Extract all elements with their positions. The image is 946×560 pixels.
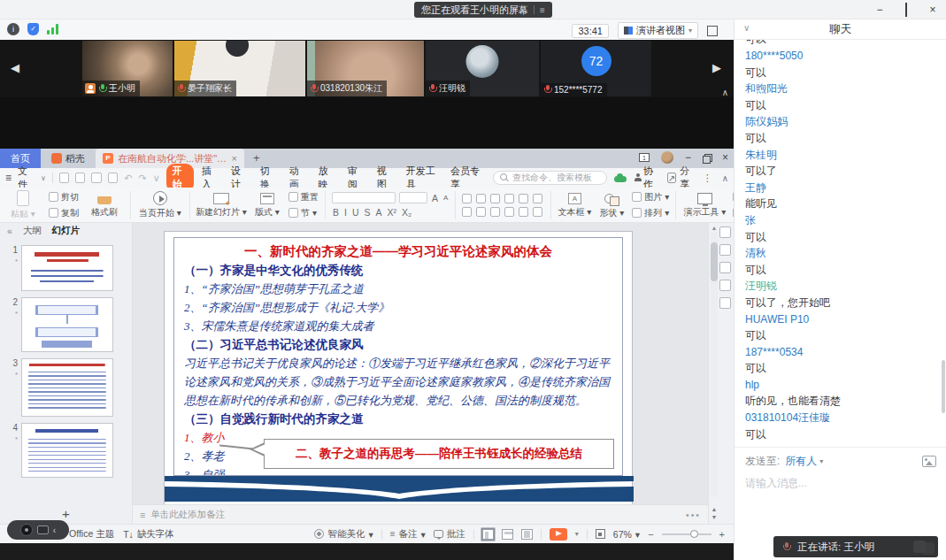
chat-sender-name[interactable]: 187****0534 [745, 344, 936, 361]
styles-panel-icon[interactable] [719, 244, 731, 256]
next-videos-button[interactable]: ▶ [712, 61, 721, 74]
output-icon[interactable] [91, 173, 101, 183]
sort-icon[interactable] [519, 194, 528, 203]
video-tile[interactable]: 晏子翔家长 [174, 41, 305, 96]
text-box-button[interactable]: A 文本框 ▾ [558, 191, 591, 219]
chat-input[interactable]: 请输入消息... [745, 476, 936, 491]
chat-sender-name[interactable]: hlp [745, 377, 936, 394]
presentation-tools-button[interactable]: 演示工具 ▾ [682, 191, 727, 219]
cloud-sync-icon[interactable] [613, 173, 624, 182]
smart-beautify-button[interactable]: 智能美化 ▾ [314, 528, 373, 541]
slide-callout[interactable]: 二、教子之道的再思考——陪伴王书钰成长的经验总结 [264, 439, 614, 469]
chat-scrollbar-thumb[interactable] [942, 360, 945, 413]
play-from-current-button[interactable]: 当页开始 ▾ [137, 191, 183, 219]
slide-sorter-view-icon[interactable] [502, 529, 513, 540]
notes-options-icon[interactable]: ••• [686, 510, 701, 520]
align-left-icon[interactable] [462, 207, 472, 217]
meeting-info-icon[interactable]: i [7, 23, 19, 35]
chat-sender-name[interactable]: 汪明锐 [745, 278, 936, 295]
close-tab-icon[interactable]: × [232, 153, 237, 164]
comments-button[interactable]: 批注 [434, 528, 465, 541]
wps-close-button[interactable]: × [722, 151, 728, 164]
chat-sender-name[interactable]: 朱桂明 [745, 147, 936, 164]
chat-sender-name[interactable]: 王静 [745, 180, 936, 196]
normal-view-icon[interactable] [482, 529, 494, 540]
chat-sender-name[interactable]: 180****5050 [745, 48, 936, 65]
maximize-button[interactable] [905, 3, 907, 17]
indent-decrease-icon[interactable] [490, 194, 500, 203]
command-search-input[interactable]: 查找命令、搜索模板 [493, 171, 607, 185]
collapse-panel-icon[interactable]: « [7, 226, 12, 236]
new-slide-button[interactable]: 新建幻灯片 ▾ [196, 191, 246, 219]
undo-icon[interactable]: ↶ [124, 173, 132, 184]
screen-share-icon[interactable] [37, 525, 49, 534]
zoom-in-button[interactable]: + [719, 529, 725, 540]
send-to-dropdown[interactable]: 所有人▾ [785, 454, 823, 469]
vertical-scrollbar[interactable] [711, 232, 718, 497]
fit-slide-icon[interactable] [596, 529, 605, 539]
collapse-strip-chevron-icon[interactable]: ∧ [722, 88, 728, 97]
line-spacing-icon[interactable] [519, 207, 528, 217]
chat-collapse-chevron-icon[interactable]: ∨ [743, 23, 750, 33]
collapse-controls-chevron-icon[interactable]: ‹ [53, 525, 56, 535]
indent-increase-icon[interactable] [504, 194, 514, 203]
slide-thumbnail[interactable] [21, 297, 113, 352]
font-style-button[interactable]: X² [387, 207, 398, 218]
reading-view-icon[interactable] [521, 529, 533, 540]
justify-icon[interactable] [504, 207, 514, 217]
wps-minimize-button[interactable]: − [685, 151, 691, 164]
next-slide-icon[interactable]: ▼ [711, 514, 718, 520]
zoom-slider-knob[interactable] [690, 530, 698, 538]
align-center-icon[interactable] [476, 207, 486, 217]
font-style-button[interactable]: I [343, 207, 348, 218]
chat-sender-name[interactable]: 清秋 [745, 245, 936, 262]
minimize-button[interactable]: − [873, 4, 886, 16]
more-options-icon[interactable]: ⋮ [703, 173, 712, 184]
chat-sender-name[interactable]: 陈仪妈妈 [745, 113, 936, 130]
current-slide[interactable]: 一、新时代的齐家之道——学习习近平论述家风的体会 （一）齐家是中华文化的优秀传统… [164, 231, 633, 505]
print-icon[interactable] [75, 173, 85, 183]
send-image-icon[interactable] [922, 456, 936, 467]
numbering-icon[interactable] [476, 194, 486, 203]
columns-icon[interactable] [533, 207, 542, 217]
decrease-font-button[interactable]: A [442, 194, 449, 202]
text-panel-icon[interactable] [719, 297, 731, 309]
arrange-button[interactable]: 排列 ▾ [632, 207, 669, 219]
font-style-button[interactable]: X₂ [401, 207, 412, 218]
meeting-timer-icon[interactable] [20, 524, 33, 536]
font-size-select[interactable] [399, 192, 427, 203]
save-icon[interactable] [59, 173, 69, 183]
fullscreen-icon[interactable] [707, 26, 718, 36]
font-name-select[interactable] [332, 192, 396, 203]
format-painter-button[interactable]: 格式刷 [85, 192, 124, 219]
font-style-button[interactable]: B [332, 207, 340, 218]
zoom-level[interactable]: 67% ▾ [613, 529, 640, 540]
bullets-icon[interactable] [462, 194, 472, 203]
cut-button[interactable]: 剪切 [49, 191, 79, 203]
shapes-button[interactable]: 形状 ▾ [597, 191, 626, 219]
font-style-button[interactable]: U [351, 207, 360, 218]
notes-bar[interactable]: ≡ 单击此处添加备注 ••• [133, 504, 708, 524]
increase-font-button[interactable]: A [431, 193, 439, 203]
picture-button[interactable]: 图片 ▾ [632, 191, 669, 203]
play-options-chevron-icon[interactable]: ▾ [575, 530, 579, 538]
paste-button[interactable]: 粘贴 ▾ [4, 190, 42, 220]
zoom-slider[interactable] [662, 533, 711, 535]
redo-icon[interactable]: ↷ [139, 173, 147, 184]
font-style-button[interactable]: A [375, 207, 383, 218]
prev-videos-button[interactable]: ◀ [11, 61, 19, 74]
video-tile[interactable]: 031820130朱江 [307, 41, 424, 96]
theme-label[interactable]: Office 主题 [69, 528, 114, 541]
font-style-button[interactable]: S [364, 207, 372, 218]
add-slide-button[interactable]: + [0, 506, 132, 521]
scrollbar-thumb[interactable] [711, 242, 718, 281]
slideshow-play-button[interactable] [550, 528, 567, 541]
more-chevron-icon[interactable]: ∨ [153, 173, 160, 184]
section-button[interactable]: 节 ▾ [288, 207, 319, 219]
notes-button[interactable]: ≡备注 ▾ [390, 528, 426, 541]
properties-panel-icon[interactable] [719, 226, 731, 238]
slide-thumbnail[interactable] [21, 358, 113, 417]
slide-layout-button[interactable]: 版式 ▾ [252, 191, 282, 219]
previous-slide-icon[interactable]: ▲ [711, 506, 718, 512]
export-icon[interactable] [108, 173, 118, 183]
